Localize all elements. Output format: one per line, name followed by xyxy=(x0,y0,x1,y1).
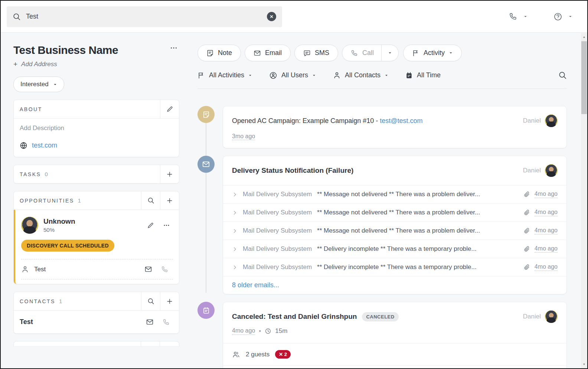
meeting-header[interactable]: Canceled: Test and Daniel Grinshpun CANC… xyxy=(223,302,566,343)
paperclip-icon xyxy=(523,246,530,252)
older-emails-link[interactable]: 8 older emails... xyxy=(232,281,279,289)
email-contact-button[interactable] xyxy=(146,318,154,326)
memo-icon xyxy=(202,111,210,119)
call-button[interactable]: Call xyxy=(342,45,381,61)
activity-filters-row: All Activities All Users All Contacts Al… xyxy=(197,71,567,89)
tasks-title: TASKS xyxy=(20,171,41,177)
tasks-count: 0 xyxy=(45,171,48,177)
contact-name[interactable]: Test xyxy=(34,266,139,273)
edit-about-button[interactable] xyxy=(160,100,179,118)
sms-button[interactable]: SMS xyxy=(294,45,338,61)
opportunity-status-badge[interactable]: DISCOVERY CALL SCHEDULED xyxy=(21,240,114,252)
guests-row[interactable]: 2 guests ✕ 2 xyxy=(223,343,566,365)
filter-activities-dropdown[interactable]: All Activities xyxy=(197,71,252,79)
call-options-button[interactable] xyxy=(381,45,398,61)
activity-user: Daniel xyxy=(517,310,558,323)
company-more-button[interactable] xyxy=(170,44,178,52)
guests-count: 2 guests xyxy=(246,351,270,358)
help-menu[interactable] xyxy=(553,12,572,21)
activity-user: Daniel xyxy=(517,164,558,177)
paperclip-icon xyxy=(523,227,530,234)
scroll-down-arrow[interactable]: ▼ xyxy=(581,361,587,368)
avatar xyxy=(545,164,558,177)
filter-contacts-dropdown[interactable]: All Contacts xyxy=(333,71,388,79)
email-time: 4mo ago xyxy=(535,191,558,198)
top-bar: Test ✕ xyxy=(1,1,587,33)
email-time: 4mo ago xyxy=(535,263,558,271)
activity-time: 3mo ago xyxy=(232,133,255,140)
email-row[interactable]: Mail Delivery Subsystem ** Message not d… xyxy=(223,221,566,240)
edit-opportunity-button[interactable] xyxy=(147,222,154,229)
email-row[interactable]: Mail Delivery Subsystem ** Message not d… xyxy=(223,203,566,221)
phone-icon xyxy=(161,266,169,273)
vertical-scrollbar[interactable]: ▲ ▼ xyxy=(581,33,587,368)
filter-users-dropdown[interactable]: All Users xyxy=(269,71,316,80)
campaign-email-link[interactable]: test@test.com xyxy=(380,117,422,124)
search-activities-button[interactable] xyxy=(558,71,567,80)
note-button[interactable]: Note xyxy=(197,45,241,61)
envelope-icon xyxy=(146,318,154,326)
add-task-button[interactable] xyxy=(160,165,179,183)
search-contacts-button[interactable] xyxy=(141,292,160,310)
global-search-input[interactable]: Test ✕ xyxy=(7,6,282,27)
add-contact-button[interactable] xyxy=(160,292,179,310)
email-row[interactable]: Mail Delivery Subsystem ** Message not d… xyxy=(223,185,566,203)
opportunity-more-button[interactable] xyxy=(163,222,170,229)
chevron-right-icon xyxy=(232,246,238,252)
chevron-down-icon xyxy=(248,74,252,77)
email-row[interactable]: Mail Delivery Subsystem ** Delivery inco… xyxy=(223,258,566,276)
email-snippet: ** Message not delivered ** There was a … xyxy=(317,227,480,234)
website-row: test.com xyxy=(20,142,173,149)
clear-search-button[interactable]: ✕ xyxy=(267,12,276,21)
ellipsis-icon xyxy=(170,44,178,52)
meeting-card: Canceled: Test and Daniel Grinshpun CANC… xyxy=(223,302,567,368)
scrollbar-thumb[interactable] xyxy=(581,41,587,114)
chevron-down-icon xyxy=(568,14,572,19)
add-address-button[interactable]: + Add Address xyxy=(13,60,180,68)
opportunity-info: Unknown 50% xyxy=(43,217,147,233)
search-icon xyxy=(13,13,21,21)
search-value[interactable]: Test xyxy=(26,13,262,20)
about-card-header: ABOUT xyxy=(14,100,179,118)
chevron-down-icon xyxy=(523,14,527,19)
campaign-card[interactable]: Opened AC Campaign: Example Campaign #10… xyxy=(223,106,567,148)
website-link[interactable]: test.com xyxy=(32,142,57,149)
email-button[interactable]: Email xyxy=(245,45,291,61)
campaign-title-text: Opened AC Campaign: Example Campaign #10… xyxy=(232,117,380,124)
activity-button[interactable]: Activity xyxy=(403,45,462,61)
phone-icon xyxy=(509,12,517,21)
call-contact-button[interactable] xyxy=(163,318,170,326)
email-row[interactable]: Mail Delivery Subsystem ** Delivery inco… xyxy=(223,240,566,258)
scroll-up-arrow[interactable]: ▲ xyxy=(581,34,587,40)
meta-separator: • xyxy=(259,327,261,335)
about-card-body: Add Description test.com xyxy=(14,118,179,157)
meeting-duration: 15m xyxy=(275,327,287,335)
email-sender: Mail Delivery Subsystem xyxy=(243,245,312,253)
lead-status-dropdown[interactable]: Interested xyxy=(13,77,64,92)
email-thread-card: Delivery Status Notification (Failure) D… xyxy=(223,156,567,294)
envelope-icon xyxy=(144,265,152,273)
call-contact-button[interactable] xyxy=(161,266,169,273)
filter-time-dropdown[interactable]: All Time xyxy=(405,71,441,79)
canceled-badge: CANCELED xyxy=(362,312,398,321)
chevron-right-icon xyxy=(232,228,238,234)
add-description-field[interactable]: Add Description xyxy=(20,124,173,132)
search-opportunities-button[interactable] xyxy=(141,191,160,210)
older-emails-row: 8 older emails... xyxy=(223,276,566,294)
phone-icon xyxy=(163,318,170,326)
filter-contacts-label: All Contacts xyxy=(345,71,380,79)
email-contact-button[interactable] xyxy=(144,265,152,273)
contacts-card-header: CONTACTS 1 xyxy=(14,292,179,310)
meeting-time: 4mo ago xyxy=(232,327,255,335)
chevron-down-icon xyxy=(388,51,392,55)
add-opportunity-button[interactable] xyxy=(160,191,179,210)
paperclip-icon xyxy=(523,209,530,216)
phone-menu[interactable] xyxy=(509,12,527,21)
meeting-activity-icon xyxy=(197,302,215,319)
email-snippet: ** Message not delivered ** There was a … xyxy=(317,209,480,216)
paperclip-icon xyxy=(523,264,530,271)
chevron-down-icon xyxy=(449,51,453,55)
contact-name[interactable]: Test xyxy=(20,318,146,326)
opportunities-card-header: OPPORTUNITIES 1 xyxy=(14,191,179,210)
add-note-field[interactable]: Add note... xyxy=(223,365,566,368)
